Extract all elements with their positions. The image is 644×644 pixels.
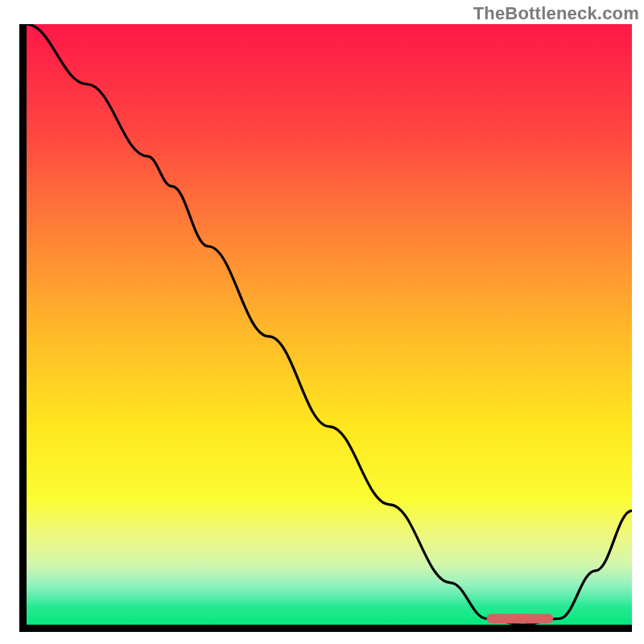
bottleneck-curve <box>27 24 632 625</box>
chart-canvas: TheBottleneck.com <box>0 0 644 644</box>
chart-overlay <box>27 24 632 625</box>
optimal-marker <box>487 614 554 624</box>
watermark-label: TheBottleneck.com <box>473 3 639 24</box>
plot-area <box>19 24 632 632</box>
